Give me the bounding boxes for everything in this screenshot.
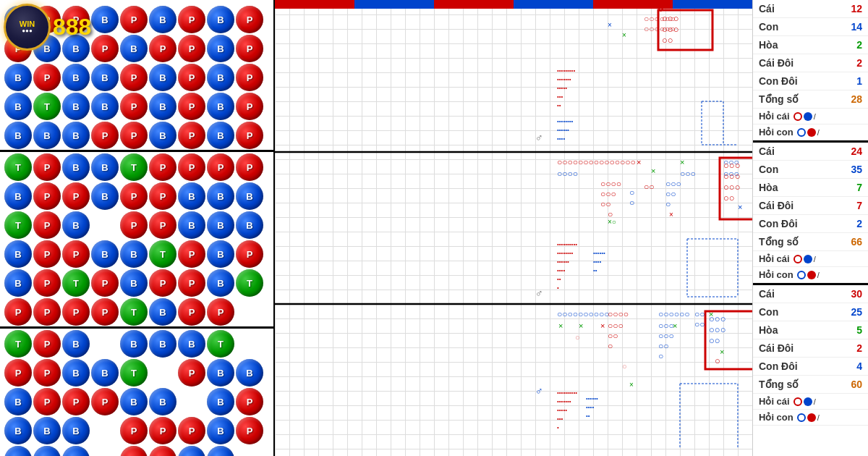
slash: / bbox=[817, 128, 820, 137]
svg-text:×: × bbox=[720, 347, 724, 356]
bead: T bbox=[120, 153, 148, 181]
bead: B bbox=[207, 122, 234, 149]
stats-label: Tổng số bbox=[759, 379, 799, 390]
bead: P bbox=[33, 269, 61, 297]
svg-text:••: •• bbox=[593, 267, 597, 274]
stats-label: Con bbox=[759, 164, 778, 175]
svg-text:••••••••••: •••••••••• bbox=[557, 241, 577, 248]
svg-text:○○○: ○○○ bbox=[600, 189, 616, 199]
svg-text:○: ○ bbox=[665, 199, 671, 209]
svg-text:○○: ○○ bbox=[600, 199, 611, 209]
bead: B bbox=[4, 269, 32, 297]
svg-text:○: ○ bbox=[715, 355, 720, 366]
circle-outline-blue-icon bbox=[797, 271, 806, 279]
stats-label: Cái bbox=[759, 288, 775, 300]
bead: B bbox=[33, 446, 61, 456]
stats-row-tongso-1: Tổng số 28 bbox=[753, 90, 868, 109]
svg-text:×: × bbox=[629, 381, 634, 389]
hoi-cai-icons: / bbox=[793, 255, 816, 263]
stats-row-condoi-3: Con Đôi 4 bbox=[753, 358, 868, 376]
stats-label: Con bbox=[759, 306, 778, 318]
bead: T bbox=[207, 330, 234, 358]
main-container: WIN ●●● 888 B P P B P B P B P P B bbox=[0, 0, 868, 456]
svg-text:○○○: ○○○ bbox=[680, 169, 696, 179]
bead: P bbox=[62, 240, 90, 268]
svg-text:○○○: ○○○ bbox=[665, 179, 681, 189]
slash: / bbox=[817, 271, 820, 279]
svg-text:×: × bbox=[680, 158, 684, 166]
chart-section: ○○○○○○ ○○○○○○ ○ ○○○ ○○○ ○○ × × •••••••••… bbox=[275, 0, 752, 456]
bead: B bbox=[178, 211, 205, 239]
svg-text:○○○: ○○○ bbox=[608, 321, 624, 331]
logo-inner: WIN ●●● bbox=[20, 20, 35, 35]
chart-svg: ○○○○○○ ○○○○○○ ○ ○○○ ○○○ ○○ × × •••••••••… bbox=[275, 0, 752, 456]
svg-text:○○○: ○○○ bbox=[723, 160, 741, 171]
stats-block-1: Cái 12 Con 14 Hòa 2 Cái Đôi 2 Con Đôi 1 … bbox=[753, 0, 868, 140]
svg-text:○○: ○○ bbox=[658, 341, 669, 351]
bead: P bbox=[236, 93, 263, 120]
bead: B bbox=[62, 330, 90, 358]
stats-row-cai-2: Cái 24 bbox=[753, 143, 868, 161]
svg-text:•••: ••• bbox=[557, 415, 563, 422]
stats-value: 35 bbox=[851, 164, 862, 175]
bead: P bbox=[178, 298, 205, 326]
bead: P bbox=[62, 298, 90, 326]
svg-text:×: × bbox=[622, 31, 626, 39]
bead: P bbox=[236, 388, 263, 415]
bead: P bbox=[33, 211, 61, 239]
svg-text:○○○: ○○○ bbox=[723, 171, 741, 182]
svg-text:○: ○ bbox=[622, 362, 627, 371]
slash: / bbox=[814, 397, 816, 406]
svg-text:○○○: ○○○ bbox=[658, 321, 674, 331]
bead: B bbox=[62, 153, 90, 181]
bead: T bbox=[149, 240, 176, 268]
svg-text:••••••••: •••••••• bbox=[557, 118, 574, 124]
bead: B bbox=[149, 64, 176, 91]
stats-row-tongso-2: Tổng số 66 bbox=[753, 233, 868, 251]
svg-text:○○○○○○: ○○○○○○ bbox=[658, 309, 690, 319]
circle-filled-red-icon bbox=[807, 128, 816, 137]
stats-row-con-2: Con 35 bbox=[753, 161, 868, 179]
hoi-con-row-1: Hỏi con / bbox=[753, 124, 868, 140]
svg-text:••: •• bbox=[586, 413, 590, 419]
stats-row-cai-1: Cái 12 bbox=[753, 0, 868, 18]
bead: B bbox=[120, 35, 148, 62]
slash: / bbox=[817, 413, 820, 422]
bead: B bbox=[120, 269, 148, 297]
svg-text:○○○○○○○○○○: ○○○○○○○○○○ bbox=[557, 309, 609, 319]
circle-outline-blue-icon bbox=[797, 128, 806, 137]
bead: P bbox=[149, 417, 176, 444]
hoi-con-row-2: Hỏi con / bbox=[753, 267, 868, 283]
bead: B bbox=[149, 388, 176, 415]
bead-empty bbox=[91, 211, 119, 239]
bead: B bbox=[62, 93, 90, 120]
stats-row-con-3: Con 25 bbox=[753, 303, 868, 321]
hoi-cai-row-3: Hỏi cái / bbox=[753, 394, 868, 410]
svg-text:•: • bbox=[557, 424, 559, 431]
circle-filled-blue-icon bbox=[804, 397, 812, 406]
svg-text:♂: ♂ bbox=[535, 132, 543, 143]
svg-text:○: ○ bbox=[629, 187, 634, 198]
svg-text:×○: ×○ bbox=[608, 218, 616, 226]
bead: T bbox=[62, 269, 90, 297]
bead: B bbox=[33, 122, 61, 149]
bead: B bbox=[149, 330, 176, 358]
bead-empty bbox=[91, 446, 119, 456]
bead: P bbox=[149, 211, 176, 239]
svg-text:••••: •••• bbox=[557, 135, 565, 142]
bead: P bbox=[178, 122, 205, 149]
svg-text:○○○○: ○○○○ bbox=[557, 169, 578, 179]
bead: P bbox=[120, 211, 148, 239]
hoi-con-icons: / bbox=[797, 128, 820, 137]
stats-row-condoi-2: Con Đôi 2 bbox=[753, 215, 868, 233]
bead: B bbox=[178, 182, 205, 210]
stats-label: Cái bbox=[759, 145, 775, 157]
stats-row-condoi-1: Con Đôi 1 bbox=[753, 72, 868, 90]
stats-row-caidoi-1: Cái Đôi 2 bbox=[753, 54, 868, 72]
bead: P bbox=[178, 93, 205, 120]
bead: P bbox=[236, 35, 263, 62]
stats-block-3: Cái 30 Con 25 Hòa 5 Cái Đôi 2 Con Đôi 4 … bbox=[753, 285, 868, 426]
stats-value: 24 bbox=[851, 145, 862, 157]
stats-value: 7 bbox=[856, 200, 862, 211]
bead: P bbox=[178, 153, 205, 181]
